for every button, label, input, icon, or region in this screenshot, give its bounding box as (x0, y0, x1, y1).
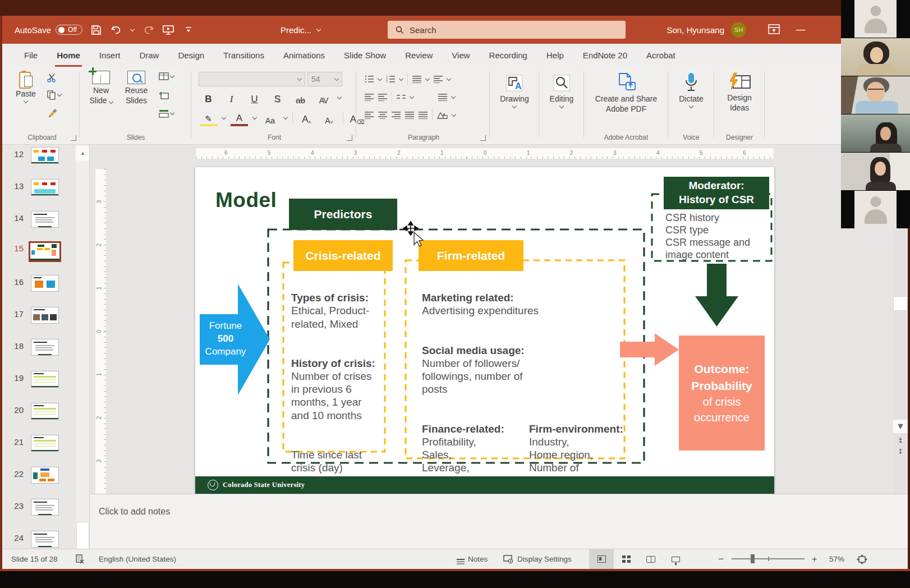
editing-button[interactable]: Editing (544, 74, 579, 108)
new-slide-button[interactable]: NewSlide (85, 71, 117, 105)
slide-thumbnail-image[interactable] (31, 371, 59, 388)
spacing-dropdown-icon[interactable] (337, 94, 342, 99)
drawing-button[interactable]: A Drawing (497, 74, 532, 108)
layout-button[interactable] (159, 72, 174, 80)
start-slideshow-icon[interactable] (162, 24, 174, 36)
slide-thumbnail-19[interactable]: 19 (2, 371, 75, 388)
undo-icon[interactable] (111, 24, 123, 36)
display-settings-button[interactable]: Display Settings (503, 549, 572, 569)
slide-number-indicator[interactable]: Slide 15 of 28 (11, 549, 58, 569)
design-ideas-button[interactable]: DesignIdeas (720, 72, 759, 113)
numbering-icon[interactable] (386, 75, 395, 83)
slide-thumbnail-17[interactable]: 17 (2, 307, 75, 324)
highlight-button[interactable]: ✎ (200, 109, 217, 126)
slide-thumbnail-image[interactable] (31, 435, 59, 452)
align-text-icon[interactable] (438, 93, 447, 101)
tab-acrobat[interactable]: Acrobat (637, 44, 685, 67)
tab-view[interactable]: View (442, 44, 479, 67)
line-spacing-icon[interactable] (412, 75, 421, 83)
previous-slide-button[interactable]: ▲▲ (893, 435, 908, 445)
section-button[interactable] (159, 109, 174, 118)
font-dialog-launcher[interactable] (347, 135, 352, 141)
thumbnail-scroll-up-icon[interactable]: ▲ (76, 146, 90, 160)
account-area[interactable]: Son, Hyunsang SH (667, 16, 746, 44)
slide-thumbnail-image[interactable] (29, 241, 61, 262)
search-input[interactable]: Search (388, 21, 626, 39)
thumbnail-scrollbar-thumb[interactable] (76, 522, 89, 551)
slide-thumbnail-23[interactable]: 23 (2, 499, 75, 516)
tab-help[interactable]: Help (537, 44, 573, 67)
justify-icon[interactable] (405, 111, 414, 119)
format-painter-button[interactable] (47, 108, 57, 118)
paragraph-dialog-launcher[interactable] (480, 135, 486, 141)
clipboard-dialog-launcher[interactable] (71, 135, 76, 141)
slide-thumbnail-15[interactable]: 15 (2, 241, 75, 262)
ribbon-display-options-icon[interactable] (768, 24, 780, 35)
change-case-button[interactable]: Aa (261, 111, 279, 125)
scroll-down-icon[interactable]: ▼ (893, 420, 908, 433)
minimize-button[interactable]: — (792, 22, 809, 37)
zoom-in-button[interactable]: + (812, 549, 817, 569)
create-pdf-button[interactable]: Create and ShareAdobe PDF (591, 72, 661, 114)
slide-thumbnail-20[interactable]: 20 (2, 403, 75, 420)
slide-sorter-view-button[interactable] (614, 549, 638, 569)
text-direction-icon[interactable] (434, 75, 443, 83)
reset-button[interactable] (159, 91, 169, 100)
character-spacing-button[interactable]: AV (315, 90, 332, 105)
outcome-box[interactable]: Outcome: Probability of crisis occurrenc… (679, 336, 765, 451)
underline-button[interactable]: U (246, 90, 263, 105)
slide-thumbnail-24[interactable]: 24 (2, 531, 75, 548)
slide-thumbnail-image[interactable] (31, 275, 59, 292)
notes-pane[interactable]: Click to add notes (90, 494, 908, 549)
language-indicator[interactable]: English (United States) (99, 549, 176, 569)
paste-button[interactable]: Paste (11, 71, 40, 103)
columns-icon[interactable] (397, 93, 406, 101)
reuse-slides-button[interactable]: ReuseSlides (120, 71, 153, 105)
tab-design[interactable]: Design (168, 44, 214, 67)
document-title[interactable]: Predic... (281, 16, 320, 44)
crisis-related-header[interactable]: Crisis-related (293, 240, 393, 271)
slide-scrollbar-thumb[interactable] (893, 296, 908, 311)
align-right-icon[interactable] (392, 111, 401, 119)
slide-thumbnail-image[interactable] (31, 467, 59, 484)
save-icon[interactable] (90, 24, 103, 36)
align-center-icon[interactable] (378, 111, 387, 119)
slide-thumbnail-12[interactable]: 12 (2, 147, 75, 164)
increase-indent-icon[interactable] (378, 93, 387, 101)
align-left-icon[interactable] (365, 111, 374, 119)
font-name-combo[interactable] (199, 72, 305, 86)
tab-slide-show[interactable]: Slide Show (334, 44, 396, 67)
tab-file[interactable]: File (15, 44, 47, 67)
spell-check-icon[interactable] (75, 549, 85, 569)
decrease-indent-icon[interactable] (365, 93, 374, 101)
zoom-slider[interactable] (732, 558, 805, 559)
tab-insert[interactable]: Insert (90, 44, 130, 67)
dictate-button[interactable]: Dictate (674, 72, 708, 108)
slide-thumbnail-image[interactable] (31, 179, 59, 196)
grow-font-button[interactable]: A˄ (298, 111, 315, 125)
slide-thumbnail-16[interactable]: 16 (2, 275, 75, 292)
zoom-slider-thumb[interactable] (751, 554, 755, 563)
predictors-box[interactable]: Predictors (289, 199, 397, 230)
slide-thumbnail-image[interactable] (31, 211, 59, 228)
slide-thumbnail-image[interactable] (31, 403, 59, 420)
tab-animations[interactable]: Animations (274, 44, 334, 67)
copy-button[interactable] (47, 90, 61, 100)
undo-dropdown-icon[interactable] (130, 26, 135, 31)
font-color-button[interactable]: A (231, 109, 248, 126)
smartart-icon[interactable] (437, 111, 448, 119)
shrink-font-button[interactable]: A˅ (320, 111, 338, 125)
crisis-related-text[interactable]: Types of crisis:Ethical, Product- relate… (291, 278, 391, 487)
tab-transitions[interactable]: Transitions (214, 44, 274, 67)
slide-thumbnail-image[interactable] (31, 147, 59, 164)
slide-thumbnail-image[interactable] (31, 307, 59, 324)
slide-thumbnail-18[interactable]: 18 (2, 339, 75, 356)
cut-button[interactable] (47, 74, 57, 82)
notes-placeholder[interactable]: Click to add notes (99, 507, 170, 517)
distribute-icon[interactable] (419, 111, 428, 119)
slide-thumbnail-image[interactable] (31, 339, 59, 356)
tab-review[interactable]: Review (396, 44, 442, 67)
tab-home[interactable]: Home (47, 44, 90, 67)
slide-thumbnail-21[interactable]: 21 (2, 435, 75, 452)
zoom-level[interactable]: 57% (829, 549, 844, 569)
